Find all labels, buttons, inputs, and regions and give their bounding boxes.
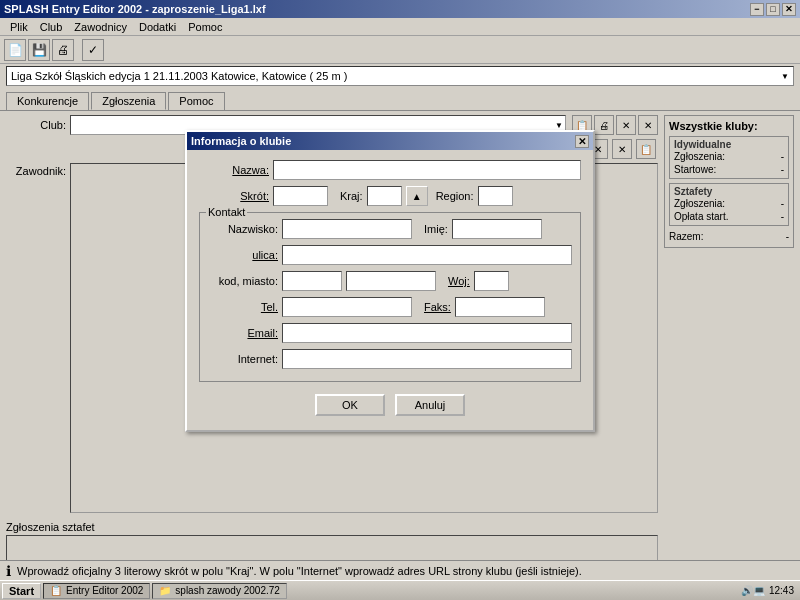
internet-row: Internet: (208, 349, 572, 369)
zglosenia-label: Zgłoszenia: (674, 151, 725, 162)
close-button[interactable]: ✕ (782, 3, 796, 16)
taskbar-item-2-icon: 📁 (159, 585, 171, 596)
club-btn-3[interactable]: ✕ (616, 115, 636, 135)
startowe-value: - (781, 164, 784, 175)
tel-input[interactable] (282, 297, 412, 317)
oplata-row: Opłata start. - (674, 210, 784, 223)
nazwa-label: Nazwa: (199, 164, 269, 176)
faks-input[interactable] (455, 297, 545, 317)
taskbar-item-splash[interactable]: 📁 splash zawody 2002.72 (152, 583, 287, 599)
taskbar-item-1-icon: 📋 (50, 585, 62, 596)
woj-input[interactable] (474, 271, 509, 291)
ok-button[interactable]: OK (315, 394, 385, 416)
skrot-row: Skrót: Kraj: ▲ Region: (199, 186, 581, 206)
razem-label: Razem: (669, 231, 703, 242)
title-bar: SPLASH Entry Editor 2002 - zaproszenie_L… (0, 0, 800, 18)
woj-label: Woj: (448, 275, 470, 287)
region-label: Region: (436, 190, 474, 202)
informacja-dialog: Informacja o klubie ✕ Nazwa: Skrót: Kraj… (185, 130, 595, 432)
razem-row: Razem: - (669, 230, 789, 243)
club-label: Club: (6, 119, 66, 131)
dialog-title: Informacja o klubie (191, 135, 291, 147)
toolbar: 📄 💾 🖨 ✓ (0, 36, 800, 64)
skrot-input[interactable] (273, 186, 328, 206)
title-bar-buttons: − □ ✕ (750, 3, 796, 16)
tel-label: Tel. (208, 301, 278, 313)
system-tray-icons: 🔊💻 (741, 585, 765, 596)
new-button[interactable]: 📄 (4, 39, 26, 61)
sztafety-group: Sztafety Zgłoszenia: - Opłata start. - (669, 183, 789, 226)
tab-zglosenia[interactable]: Zgłoszenia (91, 92, 166, 110)
menu-zawodnicy[interactable]: Zawodnicy (68, 20, 133, 34)
menu-plik[interactable]: Plik (4, 20, 34, 34)
individual-group: Idywidualne Zgłoszenia: - Startowe: - (669, 136, 789, 179)
kraj-label: Kraj: (340, 190, 363, 202)
print-button[interactable]: 🖨 (52, 39, 74, 61)
club-dropdown-arrow: ▼ (555, 121, 563, 130)
kod-row: kod, miasto: Woj: (208, 271, 572, 291)
razem-value: - (786, 231, 789, 242)
start-button[interactable]: Start (2, 583, 41, 599)
region-input[interactable] (478, 186, 513, 206)
taskbar-item-entry-editor[interactable]: 📋 Entry Editor 2002 (43, 583, 150, 599)
ulica-label: ulica: (208, 249, 278, 261)
right-panel: Wszystkie kluby: Idywidualne Zgłoszenia:… (664, 115, 794, 566)
minimize-button[interactable]: − (750, 3, 764, 16)
email-row: Email: (208, 323, 572, 343)
sztafety-zglosenia-row: Zgłoszenia: - (674, 197, 784, 210)
start-label: Start (9, 585, 34, 597)
save-button[interactable]: 💾 (28, 39, 50, 61)
zawodnik-btn-5[interactable]: 📋 (636, 139, 656, 159)
zawodnik-btn-4[interactable]: ✕ (612, 139, 632, 159)
tab-konkurencje[interactable]: Konkurencje (6, 92, 89, 110)
individual-group-title: Idywidualne (674, 139, 784, 150)
anuluj-button[interactable]: Anuluj (395, 394, 465, 416)
status-message: Wprowadź oficjalny 3 literowy skrót w po… (17, 565, 582, 577)
imie-input[interactable] (452, 219, 542, 239)
nazwisko-row: Nazwisko: Imię: (208, 219, 572, 239)
dialog-titlebar: Informacja o klubie ✕ (187, 132, 593, 150)
oplata-label: Opłata start. (674, 211, 728, 222)
zglosenia-sztafet-label: Zgłoszenia sztafet (6, 521, 658, 533)
kontakt-legend: Kontakt (206, 206, 247, 218)
window-title: SPLASH Entry Editor 2002 - zaproszenie_L… (4, 3, 266, 15)
tab-pomoc[interactable]: Pomoc (168, 92, 224, 110)
stats-title: Wszystkie kluby: (669, 120, 789, 132)
dialog-close-button[interactable]: ✕ (575, 135, 589, 148)
internet-label: Internet: (208, 353, 278, 365)
competition-bar: Liga Szkół Śląskich edycja 1 21.11.2003 … (0, 64, 800, 88)
taskbar: Start 📋 Entry Editor 2002 📁 splash zawod… (0, 580, 800, 600)
taskbar-item-1-label: Entry Editor 2002 (66, 585, 143, 596)
kraj-input[interactable] (367, 186, 402, 206)
kod-input[interactable] (282, 271, 342, 291)
nazwa-input[interactable] (273, 160, 581, 180)
internet-input[interactable] (282, 349, 572, 369)
menu-pomoc[interactable]: Pomoc (182, 20, 228, 34)
zglosenia-value: - (781, 151, 784, 162)
sztafety-group-title: Sztafety (674, 186, 784, 197)
menu-bar: Plik Club Zawodnicy Dodatki Pomoc (0, 18, 800, 36)
taskbar-time: 12:43 (769, 585, 794, 596)
country-up-button[interactable]: ▲ (406, 186, 428, 206)
kontakt-group: Kontakt Nazwisko: Imię: ulica: kod, mias… (199, 212, 581, 382)
nazwisko-input[interactable] (282, 219, 412, 239)
email-label: Email: (208, 327, 278, 339)
nazwa-row: Nazwa: (199, 160, 581, 180)
menu-dodatki[interactable]: Dodatki (133, 20, 182, 34)
startowe-label: Startowe: (674, 164, 716, 175)
ulica-input[interactable] (282, 245, 572, 265)
check-button[interactable]: ✓ (82, 39, 104, 61)
club-btn-4[interactable]: ✕ (638, 115, 658, 135)
zawodnik-label: Zawodnik: (6, 163, 66, 177)
taskbar-item-2-label: splash zawody 2002.72 (175, 585, 280, 596)
imie-label: Imię: (424, 223, 448, 235)
club-btn-2[interactable]: 🖨 (594, 115, 614, 135)
menu-club[interactable]: Club (34, 20, 69, 34)
miasto-input[interactable] (346, 271, 436, 291)
email-input[interactable] (282, 323, 572, 343)
maximize-button[interactable]: □ (766, 3, 780, 16)
tel-row: Tel. Faks: (208, 297, 572, 317)
competition-select[interactable]: Liga Szkół Śląskich edycja 1 21.11.2003 … (6, 66, 794, 86)
stats-box: Wszystkie kluby: Idywidualne Zgłoszenia:… (664, 115, 794, 248)
sztafety-zglosenia-value: - (781, 198, 784, 209)
